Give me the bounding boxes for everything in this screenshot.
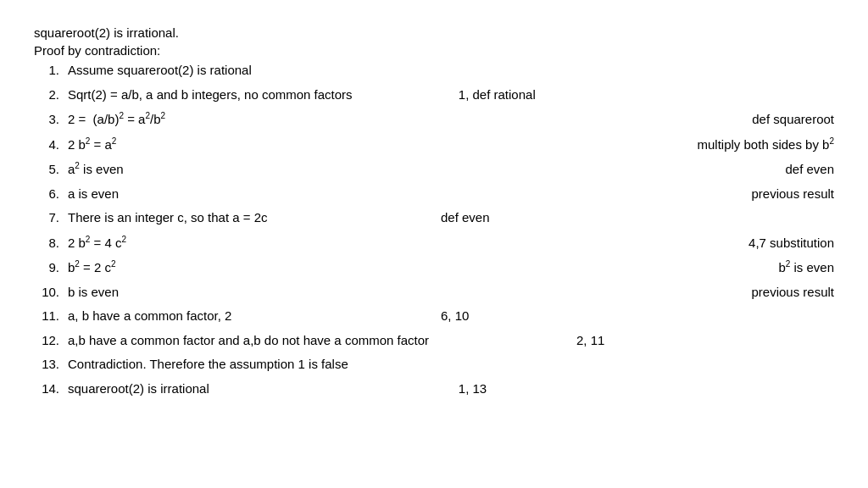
line-content-9: b2 = 2 c2 b2 is even <box>68 258 834 278</box>
proof-line-12: 12. a,b have a common factor and a,b do … <box>34 331 834 351</box>
proof-line-8: 8. 2 b2 = 4 c2 4,7 substitution <box>34 233 834 253</box>
justification-6: previous result <box>751 185 834 204</box>
justification-12: 2, 11 <box>576 331 604 351</box>
proof-line-4: 4. 2 b2 = a2 multiply both sides by b2 <box>34 135 834 155</box>
line-content-14: squareroot(2) is irrational 1, 13 <box>68 380 834 399</box>
justification-4: multiply both sides by b2 <box>698 135 834 155</box>
line-num-12: 12. <box>34 331 68 351</box>
line-num-1: 1. <box>34 61 68 80</box>
proof-line-5: 5. a2 is even def even <box>34 159 834 180</box>
line-num-7: 7. <box>34 208 68 228</box>
proof-container: squareroot(2) is irrational. Proof by co… <box>34 25 834 398</box>
line-num-2: 2. <box>34 86 68 105</box>
line-num-6: 6. <box>34 185 68 204</box>
proof-line-2: 2. Sqrt(2) = a/b, a and b integers, no c… <box>34 86 834 105</box>
line-num-9: 9. <box>34 258 68 278</box>
statement-3: 2 = (a/b)2 = a2/b2 <box>68 109 424 130</box>
line-content-8: 2 b2 = 4 c2 4,7 substitution <box>68 233 834 253</box>
subtitle-line: Proof by contradiction: <box>34 43 834 58</box>
line-num-10: 10. <box>34 283 68 302</box>
line-num-8: 8. <box>34 234 68 253</box>
line-num-3: 3. <box>34 110 68 130</box>
justification-9: b2 is even <box>778 258 834 278</box>
statement-8: 2 b2 = 4 c2 <box>68 233 424 253</box>
statement-5: a2 is even <box>68 159 424 180</box>
justification-5: def even <box>785 160 834 180</box>
proof-line-14: 14. squareroot(2) is irrational 1, 13 <box>34 380 834 399</box>
line-content-13: Contradiction. Therefore the assumption … <box>68 355 834 374</box>
proof-line-9: 9. b2 = 2 c2 b2 is even <box>34 258 834 278</box>
statement-1: Assume squareroot(2) is rational <box>68 61 424 80</box>
line-content-3: 2 = (a/b)2 = a2/b2 def squareroot <box>68 109 834 130</box>
line-num-14: 14. <box>34 380 68 399</box>
line-content-5: a2 is even def even <box>68 159 834 180</box>
proof-line-3: 3. 2 = (a/b)2 = a2/b2 def squareroot <box>34 109 834 130</box>
title-line: squareroot(2) is irrational. <box>34 25 834 40</box>
statement-14: squareroot(2) is irrational <box>68 380 424 399</box>
justification-3: def squareroot <box>752 110 834 130</box>
statement-10: b is even <box>68 283 424 302</box>
line-num-13: 13. <box>34 355 68 374</box>
statement-9: b2 = 2 c2 <box>68 258 424 278</box>
statement-6: a is even <box>68 185 424 204</box>
justification-11: 6, 10 <box>441 307 469 326</box>
proof-line-1: 1. Assume squareroot(2) is rational <box>34 61 834 80</box>
line-content-1: Assume squareroot(2) is rational <box>68 61 834 80</box>
line-num-5: 5. <box>34 160 68 180</box>
line-content-2: Sqrt(2) = a/b, a and b integers, no comm… <box>68 86 834 105</box>
statement-11: a, b have a common factor, 2 <box>68 307 424 326</box>
proof-line-13: 13. Contradiction. Therefore the assumpt… <box>34 355 834 374</box>
line-content-10: b is even previous result <box>68 283 834 302</box>
proof-line-11: 11. a, b have a common factor, 2 6, 10 <box>34 307 834 326</box>
line-content-11: a, b have a common factor, 2 6, 10 <box>68 307 834 326</box>
justification-8: 4,7 substitution <box>748 234 834 253</box>
line-num-11: 11. <box>34 307 68 326</box>
line-content-7: There is an integer c, so that a = 2c de… <box>68 208 834 228</box>
line-content-4: 2 b2 = a2 multiply both sides by b2 <box>68 135 834 155</box>
justification-2: 1, def rational <box>441 86 536 105</box>
justification-7: def even <box>441 208 490 228</box>
justification-14: 1, 13 <box>441 380 487 399</box>
subtitle: Proof by contradiction: <box>34 43 160 58</box>
statement-2: Sqrt(2) = a/b, a and b integers, no comm… <box>68 86 424 105</box>
line-content-12: a,b have a common factor and a,b do not … <box>68 331 834 351</box>
line-content-6: a is even previous result <box>68 185 834 204</box>
proof-line-6: 6. a is even previous result <box>34 185 834 204</box>
statement-13: Contradiction. Therefore the assumption … <box>68 355 424 374</box>
proof-line-10: 10. b is even previous result <box>34 283 834 302</box>
statement-4: 2 b2 = a2 <box>68 135 424 155</box>
line-num-4: 4. <box>34 136 68 155</box>
justification-10: previous result <box>751 283 834 302</box>
proof-line-7: 7. There is an integer c, so that a = 2c… <box>34 208 834 228</box>
statement-12: a,b have a common factor and a,b do not … <box>68 331 559 351</box>
statement-7: There is an integer c, so that a = 2c <box>68 208 424 228</box>
title: squareroot(2) is irrational. <box>34 25 179 40</box>
